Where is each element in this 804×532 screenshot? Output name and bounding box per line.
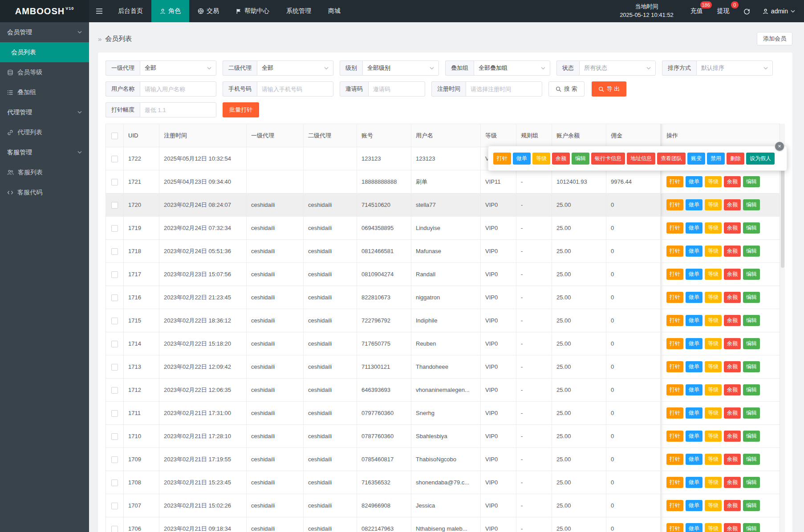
user-menu[interactable]: admin <box>757 0 804 22</box>
row-action-level-button[interactable]: 等级 <box>705 176 722 187</box>
row-checkbox[interactable] <box>111 202 118 209</box>
row-action-order-button[interactable]: 做单 <box>686 292 702 303</box>
row-action-order-button[interactable]: 做单 <box>686 454 702 465</box>
select-all-checkbox[interactable] <box>111 133 118 139</box>
filter-invite-code-input[interactable] <box>368 81 425 97</box>
row-action-balance-button[interactable]: 余额 <box>724 199 741 210</box>
row-action-balance-button[interactable]: 余额 <box>724 523 741 532</box>
row-action-balance-button[interactable]: 余额 <box>724 361 741 372</box>
row-action-needle-button[interactable]: 打针 <box>666 315 683 326</box>
row-action-edit-button[interactable]: 编辑 <box>743 176 760 187</box>
add-member-button[interactable]: 添加会员 <box>757 32 792 45</box>
sidebar-item-overlay-group[interactable]: 叠加组 <box>0 82 89 102</box>
row-action-edit-button[interactable]: 编辑 <box>743 477 760 488</box>
row-action-edit-button[interactable]: 编辑 <box>743 523 760 532</box>
popup-bank-card-info-button[interactable]: 银行卡信息 <box>591 153 625 165</box>
filter-agent2-select[interactable]: 全部 <box>257 60 333 76</box>
row-checkbox[interactable] <box>111 179 118 185</box>
row-action-order-button[interactable]: 做单 <box>686 431 702 442</box>
row-action-balance-button[interactable]: 余额 <box>724 246 741 257</box>
row-checkbox[interactable] <box>111 456 118 463</box>
popup-delete-button[interactable]: 删除 <box>727 153 744 165</box>
row-action-order-button[interactable]: 做单 <box>686 246 702 257</box>
row-action-balance-button[interactable]: 余额 <box>724 315 741 326</box>
row-action-edit-button[interactable]: 编辑 <box>743 431 760 442</box>
popup-set-fake-user-button[interactable]: 设为假人 <box>746 153 775 165</box>
row-action-balance-button[interactable]: 余额 <box>724 477 741 488</box>
row-checkbox[interactable] <box>111 503 118 509</box>
row-action-edit-button[interactable]: 编辑 <box>743 454 760 465</box>
row-action-level-button[interactable]: 等级 <box>705 361 722 372</box>
sidebar-item-agent-list[interactable]: 代理列表 <box>0 122 89 142</box>
row-checkbox[interactable] <box>111 410 118 417</box>
row-action-level-button[interactable]: 等级 <box>705 407 722 419</box>
table-scrollbar[interactable] <box>780 124 785 532</box>
popup-order-button[interactable]: 做单 <box>513 153 531 165</box>
row-checkbox[interactable] <box>111 294 118 301</box>
row-action-needle-button[interactable]: 打针 <box>666 269 683 280</box>
filter-level-select[interactable]: 全部级别 <box>362 60 439 76</box>
nav-item-mall[interactable]: 商城 <box>320 0 349 22</box>
row-action-edit-button[interactable]: 编辑 <box>743 361 760 372</box>
row-action-order-button[interactable]: 做单 <box>686 361 702 372</box>
row-action-needle-button[interactable]: 打针 <box>666 176 683 187</box>
row-action-order-button[interactable]: 做单 <box>686 407 702 419</box>
row-action-needle-button[interactable]: 打针 <box>666 454 683 465</box>
sidebar-item-service-code[interactable]: 客服代码 <box>0 182 89 202</box>
nav-item-help-center[interactable]: 帮助中心 <box>227 0 278 22</box>
filter-agent1-select[interactable]: 全部 <box>140 60 216 76</box>
search-button[interactable]: 搜 索 <box>548 81 585 97</box>
row-action-edit-button[interactable]: 编辑 <box>743 384 760 395</box>
row-action-order-button[interactable]: 做单 <box>686 384 702 395</box>
row-action-edit-button[interactable]: 编辑 <box>743 407 760 419</box>
row-action-level-button[interactable]: 等级 <box>705 477 722 488</box>
row-action-level-button[interactable]: 等级 <box>705 454 722 465</box>
row-action-needle-button[interactable]: 打针 <box>666 338 683 349</box>
row-action-level-button[interactable]: 等级 <box>705 269 722 280</box>
row-checkbox[interactable] <box>111 526 118 532</box>
row-checkbox[interactable] <box>111 248 118 255</box>
filter-needle-range-input[interactable] <box>140 102 216 117</box>
row-action-needle-button[interactable]: 打针 <box>666 361 683 372</box>
row-action-balance-button[interactable]: 余额 <box>724 292 741 303</box>
row-action-edit-button[interactable]: 编辑 <box>743 500 760 511</box>
row-checkbox[interactable] <box>111 387 118 394</box>
row-action-level-button[interactable]: 等级 <box>705 315 722 326</box>
row-action-needle-button[interactable]: 打针 <box>666 477 683 488</box>
row-action-edit-button[interactable]: 编辑 <box>743 199 760 210</box>
row-action-balance-button[interactable]: 余额 <box>724 407 741 419</box>
popup-address-info-button[interactable]: 地址信息 <box>627 153 655 165</box>
row-action-balance-button[interactable]: 余额 <box>724 222 741 234</box>
sidebar-item-member-management[interactable]: 会员管理 <box>0 22 89 42</box>
sidebar-item-service-management[interactable]: 客服管理 <box>0 142 89 162</box>
filter-sort-order-select[interactable]: 默认排序 <box>696 60 773 76</box>
row-action-order-button[interactable]: 做单 <box>686 315 702 326</box>
popup-disable-button[interactable]: 禁用 <box>707 153 725 165</box>
row-action-level-button[interactable]: 等级 <box>705 384 722 395</box>
row-action-needle-button[interactable]: 打针 <box>666 500 683 511</box>
row-action-level-button[interactable]: 等级 <box>705 222 722 234</box>
row-action-needle-button[interactable]: 打针 <box>666 199 683 210</box>
nav-item-roles[interactable]: 角色 <box>151 0 189 22</box>
row-action-order-button[interactable]: 做单 <box>686 199 702 210</box>
sidebar-item-agent-management[interactable]: 代理管理 <box>0 102 89 122</box>
row-action-level-button[interactable]: 等级 <box>705 246 722 257</box>
popup-level-button[interactable]: 等级 <box>532 153 550 165</box>
row-action-edit-button[interactable]: 编辑 <box>743 292 760 303</box>
row-checkbox[interactable] <box>111 433 118 440</box>
row-action-edit-button[interactable]: 编辑 <box>743 269 760 280</box>
row-action-order-button[interactable]: 做单 <box>686 176 702 187</box>
popup-edit-button[interactable]: 编辑 <box>572 153 589 165</box>
row-action-needle-button[interactable]: 打针 <box>666 523 683 532</box>
row-action-order-button[interactable]: 做单 <box>686 523 702 532</box>
row-checkbox[interactable] <box>111 364 118 371</box>
row-action-edit-button[interactable]: 编辑 <box>743 315 760 326</box>
row-action-level-button[interactable]: 等级 <box>705 338 722 349</box>
row-action-balance-button[interactable]: 余额 <box>724 500 741 511</box>
row-action-balance-button[interactable]: 余额 <box>724 431 741 442</box>
row-action-balance-button[interactable]: 余额 <box>724 384 741 395</box>
popup-view-team-button[interactable]: 查看团队 <box>657 153 686 165</box>
sidebar-item-service-list[interactable]: 客服列表 <box>0 162 89 182</box>
row-action-needle-button[interactable]: 打针 <box>666 431 683 442</box>
row-checkbox[interactable] <box>111 225 118 232</box>
